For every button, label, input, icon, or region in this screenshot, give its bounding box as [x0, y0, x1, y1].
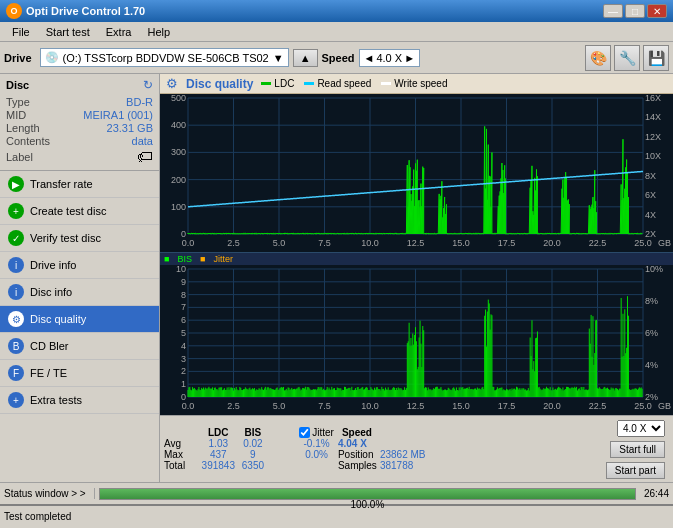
menu-file[interactable]: File	[4, 25, 38, 39]
drive-select[interactable]: 💿 (O:) TSSTcorp BDDVDW SE-506CB TS02 ▼	[40, 48, 289, 67]
legend-read-label: Read speed	[317, 78, 371, 89]
maximize-button[interactable]: □	[625, 4, 645, 18]
stats-max-ldc: 437	[200, 449, 237, 460]
nav-label-drive: Drive info	[30, 259, 76, 271]
menu-help[interactable]: Help	[139, 25, 178, 39]
nav-icon-create: +	[8, 203, 24, 219]
toolbar-btn-3[interactable]: 💾	[643, 45, 669, 71]
speed-left-arrow[interactable]: ◄	[364, 52, 375, 64]
eject-button[interactable]: ▲	[293, 49, 318, 67]
nav-transfer-rate[interactable]: ▶ Transfer rate	[0, 171, 159, 198]
nav-label-transfer: Transfer rate	[30, 178, 93, 190]
nav-label-extra: Extra tests	[30, 394, 82, 406]
drive-icon: 💿	[45, 51, 59, 64]
stats-avg-jitter: -0.1%	[299, 438, 334, 449]
toolbar-btn-1[interactable]: 🎨	[585, 45, 611, 71]
top-chart	[160, 94, 673, 253]
disc-title: Disc	[6, 79, 29, 91]
nav-icon-disc: i	[8, 284, 24, 300]
legend-write-label: Write speed	[394, 78, 447, 89]
drive-label: Drive	[4, 52, 32, 64]
disc-mid-value: MEIRA1 (001)	[83, 109, 153, 121]
time-display: 26:44	[644, 488, 669, 499]
top-chart-canvas	[160, 94, 673, 252]
disc-length-value: 23.31 GB	[107, 122, 153, 134]
status-window-label[interactable]: Status window > >	[4, 488, 95, 499]
disc-contents-label: Contents	[6, 135, 50, 147]
nav-section: ▶ Transfer rate + Create test disc ✓ Ver…	[0, 171, 159, 482]
nav-fe-te[interactable]: F FE / TE	[0, 360, 159, 387]
disc-label-icon[interactable]: 🏷	[137, 148, 153, 166]
speed-value: 4.0 X	[376, 52, 402, 64]
close-button[interactable]: ✕	[647, 4, 667, 18]
stats-col-bis: BIS	[237, 427, 270, 438]
main-content: Disc ↻ Type BD-R MID MEIRA1 (001) Length…	[0, 74, 673, 482]
nav-label-disc: Disc info	[30, 286, 72, 298]
nav-label-fete: FE / TE	[30, 367, 67, 379]
start-part-button[interactable]: Start part	[606, 462, 665, 479]
start-full-button[interactable]: Start full	[610, 441, 665, 458]
charts-container: ■ BIS ■ Jitter	[160, 94, 673, 415]
disc-section: Disc ↻ Type BD-R MID MEIRA1 (001) Length…	[0, 74, 159, 171]
nav-icon-extra: +	[8, 392, 24, 408]
nav-disc-quality[interactable]: ⚙ Disc quality	[0, 306, 159, 333]
stats-speed-val: 4.04 X	[334, 438, 380, 449]
nav-label-create: Create test disc	[30, 205, 106, 217]
stats-col-ldc: LDC	[200, 427, 237, 438]
app-icon: O	[6, 3, 22, 19]
chart-title-icon: ⚙	[166, 76, 178, 91]
app-title: Opti Drive Control 1.70	[26, 5, 145, 17]
nav-disc-info[interactable]: i Disc info	[0, 279, 159, 306]
jitter-checkbox[interactable]	[299, 427, 310, 438]
stats-avg-label: Avg	[164, 438, 200, 449]
stats-avg-ldc: 1.03	[200, 438, 237, 449]
jitter-label: Jitter	[213, 254, 233, 264]
progress-container: 100.0% 26:44	[99, 488, 669, 500]
speed-dropdown[interactable]: 4.0 X	[617, 420, 665, 437]
bottom-chart-canvas	[160, 265, 673, 415]
stats-table: LDC BIS Jitter Speed Avg 1.03 0.0	[164, 427, 426, 471]
toolbar-btn-2[interactable]: 🔧	[614, 45, 640, 71]
stats-position-label: Position	[334, 449, 380, 460]
bis-legend: ■	[164, 254, 169, 264]
disc-type-label: Type	[6, 96, 30, 108]
nav-extra-tests[interactable]: + Extra tests	[0, 387, 159, 414]
nav-icon-fete: F	[8, 365, 24, 381]
menu-extra[interactable]: Extra	[98, 25, 140, 39]
disc-refresh-icon[interactable]: ↻	[143, 78, 153, 92]
chart-area: ⚙ Disc quality LDC Read speed Write spee…	[160, 74, 673, 482]
jitter-col-label: Jitter	[312, 427, 334, 438]
nav-cd-bler[interactable]: B CD Bler	[0, 333, 159, 360]
legend-write-color	[381, 82, 391, 85]
stats-max-label: Max	[164, 449, 200, 460]
progress-bar: 100.0%	[99, 488, 636, 500]
nav-drive-info[interactable]: i Drive info	[0, 252, 159, 279]
legend-ldc-label: LDC	[274, 78, 294, 89]
nav-verify-test[interactable]: ✓ Verify test disc	[0, 225, 159, 252]
stats-row: LDC BIS Jitter Speed Avg 1.03 0.0	[160, 415, 673, 482]
menu-start-test[interactable]: Start test	[38, 25, 98, 39]
test-complete-label: Test completed	[4, 511, 71, 522]
nav-create-test[interactable]: + Create test disc	[0, 198, 159, 225]
disc-type-value: BD-R	[126, 96, 153, 108]
nav-label-bler: CD Bler	[30, 340, 69, 352]
bottom-chart: ■ BIS ■ Jitter	[160, 253, 673, 415]
menu-bar: File Start test Extra Help	[0, 22, 673, 42]
title-bar: O Opti Drive Control 1.70 — □ ✕	[0, 0, 673, 22]
progress-text: 100.0%	[100, 499, 635, 511]
nav-icon-bler: B	[8, 338, 24, 354]
disc-label-label: Label	[6, 151, 33, 163]
bis-label: BIS	[177, 254, 192, 264]
disc-length-label: Length	[6, 122, 40, 134]
stats-max-bis: 9	[237, 449, 270, 460]
nav-label-quality: Disc quality	[30, 313, 86, 325]
stats-total-bis: 6350	[237, 460, 270, 471]
speed-label: Speed	[322, 52, 355, 64]
stats-total-ldc: 391843	[200, 460, 237, 471]
jitter-checkbox-label[interactable]: Jitter	[299, 427, 334, 438]
progress-fill	[100, 489, 635, 499]
speed-right-arrow[interactable]: ►	[404, 52, 415, 64]
speed-select[interactable]: ◄ 4.0 X ►	[359, 49, 420, 67]
minimize-button[interactable]: —	[603, 4, 623, 18]
legend-read-color	[304, 82, 314, 85]
